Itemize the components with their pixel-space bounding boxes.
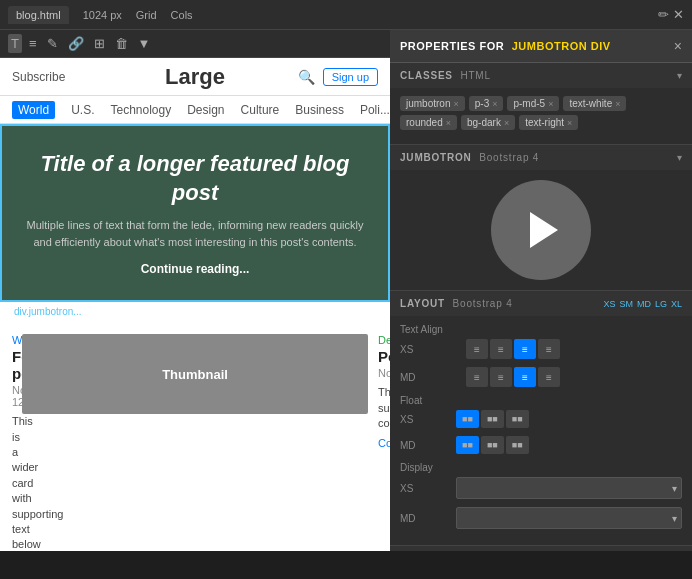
float-md-left[interactable]: ■■ [481,436,504,454]
main-area: T ≡ ✎ 🔗 ⊞ 🗑 ▼ Subscribe Large 🔍 Sign up … [0,30,692,551]
float-md-label: MD [400,440,450,451]
edit-tool[interactable]: ✎ [44,34,61,53]
nav-link-world[interactable]: World [12,101,55,119]
jumbotron-section-header[interactable]: JUMBOTRON Bootstrap 4 ▾ [390,145,692,170]
class-tag-textright[interactable]: text-right × [519,115,578,130]
text-context-section: TEXT & CONTEXT Bootstrap 4 ▾ [390,546,692,551]
float-md-none[interactable]: ■■ [456,436,479,454]
jumbotron-section-title: JUMBOTRON Bootstrap 4 [400,152,539,163]
jumbotron-chevron: ▾ [677,152,682,163]
image-tool[interactable]: ⊞ [91,34,108,53]
class-tag-p3[interactable]: p-3 × [469,96,504,111]
md-align-buttons: ≡ ≡ ≡ ≡ [466,367,560,387]
float-xs-none[interactable]: ■■ [456,410,479,428]
pen-icon[interactable]: ✏ [658,7,669,22]
md-label: MD [400,372,460,383]
display-xs-chevron: ▾ [672,483,677,494]
md-align-right[interactable]: ≡ [514,367,536,387]
float-xs-left[interactable]: ■■ [481,410,504,428]
text-align-xs-row: XS ≡ ≡ ≡ ≡ [400,339,682,359]
bp-xl: XL [671,299,682,309]
top-toolbar: blog.html 1024 px Grid Cols ✏ ✕ [0,0,692,30]
properties-panel: PROPERTIES FOR Jumbotron div × CLASSES H… [390,30,692,551]
panel-header: PROPERTIES FOR Jumbotron div × [390,30,692,63]
xs-label: XS [400,344,460,355]
float-md-right[interactable]: ■■ [506,436,529,454]
md-align-justify[interactable]: ≡ [538,367,560,387]
display-md-label: MD [400,513,450,524]
grid-label: Grid [136,9,157,21]
classes-area: jumbotron × p-3 × p-md-5 × text-white × … [390,88,692,144]
text-align-md-row: MD ≡ ≡ ≡ ≡ [400,367,682,387]
bp-lg: LG [655,299,667,309]
xs-align-center[interactable]: ≡ [490,339,512,359]
bp-md: MD [637,299,651,309]
bp-xs: XS [603,299,615,309]
nav-link-design[interactable]: Design [187,103,224,117]
link-tool[interactable]: 🔗 [65,34,87,53]
display-md-dropdown[interactable]: ▾ [456,507,682,529]
jumbotron-cta[interactable]: Continue reading... [22,262,368,276]
text-context-section-header[interactable]: TEXT & CONTEXT Bootstrap 4 ▾ [390,546,692,551]
select-tool[interactable]: T [8,34,22,53]
bp-labels: XS SM MD LG XL [603,299,682,309]
xs-align-justify[interactable]: ≡ [538,339,560,359]
blog-cards: World Featured post Nov 12 This is a wid… [0,322,390,551]
subscribe-link[interactable]: Subscribe [12,70,65,84]
play-button[interactable] [491,180,591,280]
jumbotron[interactable]: Title of a longer featured blog post Mul… [0,124,390,302]
close-icon[interactable]: ✕ [673,7,684,22]
class-tag-rounded[interactable]: rounded × [400,115,457,130]
display-md-chevron: ▾ [672,513,677,524]
bp-sm: SM [619,299,633,309]
float-label: Float [400,395,682,406]
float-md-row: MD ■■ ■■ ■■ [400,436,682,454]
jumbotron-section: JUMBOTRON Bootstrap 4 ▾ [390,145,692,291]
nav-link-politics[interactable]: Poli... [360,103,390,117]
display-xs-dropdown[interactable]: ▾ [456,477,682,499]
md-align-left[interactable]: ≡ [466,367,488,387]
file-tab[interactable]: blog.html [8,6,69,24]
class-tag-bgdark[interactable]: bg-dark × [461,115,515,130]
float-md-buttons: ■■ ■■ ■■ [456,436,529,454]
nav-link-technology[interactable]: Technology [110,103,171,117]
nav-link-business[interactable]: Business [295,103,344,117]
site-title: Large [165,64,225,90]
nav-links-bar: World U.S. Technology Design Culture Bus… [0,96,390,124]
classes-chevron: ▾ [677,70,682,81]
class-tag-textwhite[interactable]: text-white × [563,96,626,111]
classes-section: CLASSES HTML ▾ jumbotron × p-3 × p-md-5 … [390,63,692,145]
signup-button[interactable]: Sign up [323,68,378,86]
size-label: 1024 px [83,9,122,21]
jumbotron-label: div.jumbotron... [10,305,86,318]
xs-align-left[interactable]: ≡ [466,339,488,359]
class-tag-pmd5[interactable]: p-md-5 × [507,96,559,111]
nav-link-culture[interactable]: Culture [241,103,280,117]
float-xs-row: XS ■■ ■■ ■■ [400,410,682,428]
toolbar-icons: ✏ ✕ [658,7,684,22]
jumbotron-video-container [390,170,692,290]
nav-right: 🔍 Sign up [298,68,378,86]
panel-close-button[interactable]: × [674,38,682,54]
classes-section-header[interactable]: CLASSES HTML ▾ [390,63,692,88]
float-xs-label: XS [400,414,450,425]
xs-align-right[interactable]: ≡ [514,339,536,359]
display-md-row: MD ▾ [400,507,682,529]
more-tool[interactable]: ▼ [135,34,154,53]
nav-link-us[interactable]: U.S. [71,103,94,117]
float-xs-right[interactable]: ■■ [506,410,529,428]
layout-section-header[interactable]: LAYOUT Bootstrap 4 XS SM MD LG XL [390,291,692,316]
display-xs-label: XS [400,483,450,494]
jumbotron-text: Multiple lines of text that form the led… [22,217,368,250]
md-align-center[interactable]: ≡ [490,367,512,387]
cols-label: Cols [171,9,193,21]
class-tag-jumbotron[interactable]: jumbotron × [400,96,465,111]
search-icon[interactable]: 🔍 [298,69,315,85]
list-tool[interactable]: ≡ [26,34,40,53]
layout-area: Text Align XS ≡ ≡ ≡ ≡ MD ≡ ≡ ≡ [390,316,692,545]
preview-navbar: Subscribe Large 🔍 Sign up [0,58,390,96]
preview-area: T ≡ ✎ 🔗 ⊞ 🗑 ▼ Subscribe Large 🔍 Sign up … [0,30,390,551]
delete-tool[interactable]: 🗑 [112,34,131,53]
layout-section: LAYOUT Bootstrap 4 XS SM MD LG XL Text A… [390,291,692,546]
display-xs-row: XS ▾ [400,477,682,499]
